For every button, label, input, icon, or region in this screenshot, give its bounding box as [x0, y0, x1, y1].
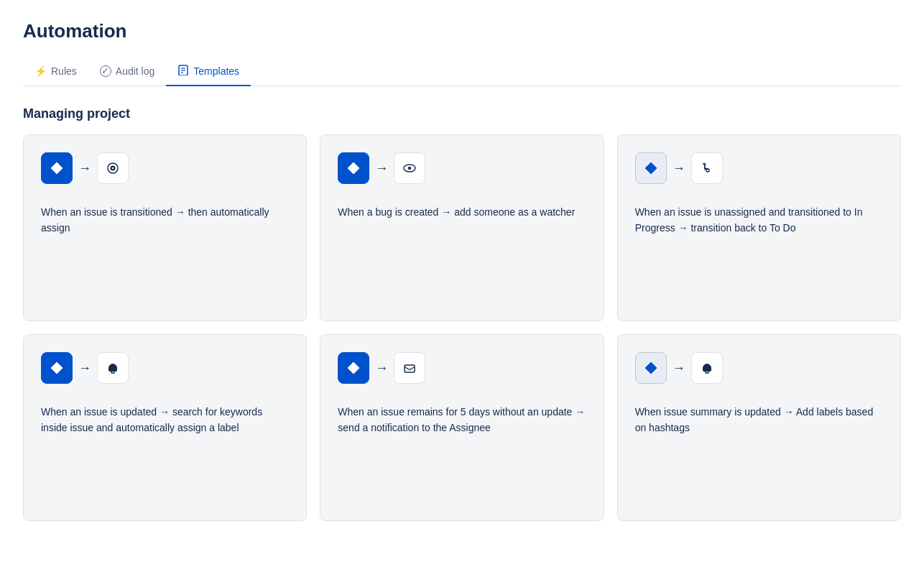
tab-rules[interactable]: ⚡ Rules	[23, 57, 88, 86]
action-icon-5	[394, 352, 425, 384]
card-1-icons: →	[41, 152, 289, 184]
template-card-5[interactable]: → When an issue remains for 5 days witho…	[320, 334, 604, 521]
arrow-3: →	[673, 161, 685, 176]
card-2-icons: →	[338, 152, 586, 184]
trigger-icon-6	[635, 352, 667, 384]
action-icon-4	[97, 352, 129, 384]
trigger-icon-2	[338, 152, 369, 184]
section-title: Managing project	[23, 106, 901, 121]
trigger-icon-1	[41, 152, 73, 184]
tab-rules-label: Rules	[51, 65, 77, 77]
action-icon-2	[394, 152, 425, 184]
template-card-3[interactable]: → When an issue is unassigned and transi…	[617, 134, 901, 321]
action-icon-3	[691, 152, 723, 184]
arrow-6: →	[673, 361, 685, 376]
svg-point-8	[408, 167, 411, 170]
action-icon-1	[97, 152, 129, 184]
tabs-bar: ⚡ Rules ✓ Audit log Templates	[23, 57, 901, 86]
arrow-4: →	[78, 361, 91, 376]
action-icon-6	[691, 352, 723, 384]
card-6-icons: →	[635, 352, 883, 384]
card-2-description: When a bug is created → add someone as a…	[338, 204, 586, 300]
svg-point-6	[112, 167, 114, 169]
trigger-icon-5	[338, 352, 369, 384]
card-5-icons: →	[338, 352, 586, 384]
svg-point-9	[706, 169, 709, 172]
card-3-icons: →	[635, 152, 883, 184]
trigger-icon-4	[41, 352, 73, 384]
template-card-6[interactable]: → When issue summary is updated → Add la…	[617, 334, 901, 521]
template-card-4[interactable]: → When an issue is updated → search for …	[23, 334, 307, 521]
audit-log-icon: ✓	[100, 65, 111, 77]
templates-icon	[177, 64, 189, 78]
card-1-description: When an issue is transitioned → then aut…	[41, 204, 289, 300]
trigger-icon-3	[635, 152, 667, 184]
tab-templates-label: Templates	[193, 65, 239, 77]
tab-audit-log-label: Audit log	[116, 65, 154, 77]
card-3-description: When an issue is unassigned and transiti…	[635, 204, 883, 300]
arrow-2: →	[375, 161, 388, 176]
cards-grid: → When an issue is transitioned → then a…	[23, 134, 901, 521]
card-4-description: When an issue is updated → search for ke…	[41, 404, 289, 500]
arrow-1: →	[78, 161, 91, 176]
card-4-icons: →	[41, 352, 289, 384]
tab-audit-log[interactable]: ✓ Audit log	[88, 57, 166, 86]
svg-rect-10	[405, 365, 415, 372]
template-card-1[interactable]: → When an issue is transitioned → then a…	[23, 134, 307, 321]
card-6-description: When issue summary is updated → Add labe…	[635, 404, 883, 500]
rules-icon: ⚡	[34, 65, 47, 77]
card-5-description: When an issue remains for 5 days without…	[338, 404, 586, 500]
page-title: Automation	[23, 20, 901, 42]
arrow-5: →	[375, 361, 388, 376]
tab-templates[interactable]: Templates	[166, 57, 251, 86]
page-container: Automation ⚡ Rules ✓ Audit log Templates…	[0, 0, 924, 521]
template-card-2[interactable]: → When a bug is created → add someone as…	[320, 134, 604, 321]
